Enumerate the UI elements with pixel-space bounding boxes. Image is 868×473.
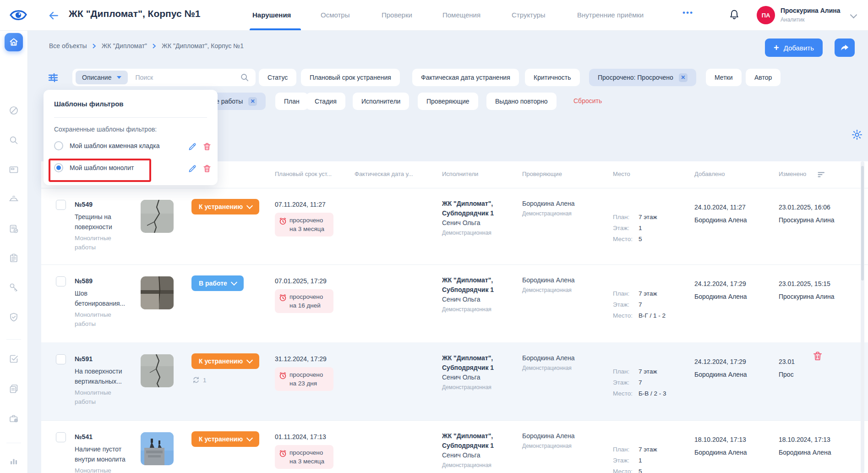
tab-internal-acceptance[interactable]: Внутренние приёмки xyxy=(577,11,644,19)
search-category-dropdown[interactable]: Описание xyxy=(76,71,128,84)
template-option-label[interactable]: Мой шаблон каменная кладка xyxy=(70,142,159,149)
status-button[interactable]: К устранению xyxy=(191,199,259,214)
table-row[interactable]: №549 Трещины на поверхности Монолитные р… xyxy=(41,188,868,264)
reviewers-cell: Бородкина Алена Демонстрационная xyxy=(522,353,575,373)
sidebar-item-shield-icon[interactable] xyxy=(9,312,19,322)
row-checkbox[interactable] xyxy=(56,200,66,210)
share-button[interactable] xyxy=(835,38,855,57)
filter-chip-tags[interactable]: Метки xyxy=(706,69,742,86)
changed-cell: 23.01.2025, 15:15Проскурина Алина xyxy=(779,277,835,303)
sidebar-divider xyxy=(6,443,21,443)
violation-title[interactable]: На поверхности вертикальных... xyxy=(75,366,131,386)
sidebar-item-home[interactable] xyxy=(5,33,23,51)
sidebar-item-helmet-icon[interactable] xyxy=(9,194,19,204)
edit-pencil-icon[interactable] xyxy=(188,142,197,151)
sidebar-item-clipboard-icon[interactable] xyxy=(9,253,19,263)
sidebar-item-copies-icon[interactable] xyxy=(9,384,19,394)
defect-photo[interactable] xyxy=(141,276,174,309)
filter-chip-actual-date[interactable]: Фактическая дата устранения xyxy=(412,69,519,86)
sidebar-item-document-check-icon[interactable] xyxy=(9,224,19,234)
filter-chip-overdue-selected[interactable]: Просрочено: Просрочено ✕ xyxy=(589,69,696,86)
filter-chip-status[interactable]: Статус xyxy=(259,69,296,86)
search-input[interactable]: Поиск xyxy=(135,74,240,81)
more-menu-icon[interactable]: ••• xyxy=(682,8,693,17)
delete-trash-icon[interactable] xyxy=(202,164,212,173)
sidebar-item-card-icon[interactable] xyxy=(9,165,19,175)
breadcrumb-chevron-icon xyxy=(93,44,96,49)
table-row[interactable]: №589 Шов бетонирования... Монолитные раб… xyxy=(41,264,868,342)
panel-divider xyxy=(54,117,207,118)
tab-rooms[interactable]: Помещения xyxy=(442,11,480,19)
add-button[interactable]: + Добавить xyxy=(765,38,823,57)
alarm-clock-icon xyxy=(278,449,287,458)
status-button[interactable]: К устранению xyxy=(191,353,259,369)
user-menu-chevron-icon[interactable] xyxy=(850,11,857,19)
overdue-badge: просроченона 16 дней xyxy=(275,289,333,313)
sidebar-item-briefcase-icon[interactable] xyxy=(9,413,19,424)
tab-structures[interactable]: Структуры xyxy=(512,11,546,19)
defect-photo[interactable] xyxy=(141,354,174,387)
sidebar-item-bar-chart-icon[interactable] xyxy=(9,456,19,466)
violation-category: Монолитные работы xyxy=(75,466,126,473)
delete-trash-icon[interactable] xyxy=(202,142,212,151)
filter-chip-criticality[interactable]: Критичность xyxy=(525,69,580,86)
filter-chip-author[interactable]: Автор xyxy=(746,69,781,86)
breadcrumb-project[interactable]: ЖК "Дипломат" xyxy=(102,42,147,50)
tab-checks[interactable]: Проверки xyxy=(382,11,412,19)
planned-date: 31.12.2024, 17:29 xyxy=(275,355,327,363)
violation-category: Монолитные работы xyxy=(75,388,126,407)
row-checkbox[interactable] xyxy=(56,432,66,442)
sidebar-item-key-icon[interactable] xyxy=(9,282,19,292)
remove-filter-icon[interactable]: ✕ xyxy=(679,73,688,82)
violation-title[interactable]: Наличие пустот внутри монолита xyxy=(75,444,131,464)
notifications-bell-icon[interactable] xyxy=(728,8,740,21)
col-changed[interactable]: Изменено xyxy=(779,170,806,177)
defect-photo[interactable] xyxy=(141,432,174,465)
row-checkbox[interactable] xyxy=(56,354,66,364)
app-root: ЖК "Дипломат", Корпус №1 Нарушения Осмот… xyxy=(0,0,868,473)
filter-chip-planned-date[interactable]: Плановый срок устранения xyxy=(301,69,400,86)
filter-chip-reissued[interactable]: Выдано повторно xyxy=(486,93,557,110)
col-planned[interactable]: Плановый срок уст... xyxy=(275,170,332,177)
tab-inspections[interactable]: Осмотры xyxy=(321,11,350,19)
reset-filters-link[interactable]: Сбросить xyxy=(573,97,602,104)
table-row[interactable]: №541 Наличие пустот внутри монолита Моно… xyxy=(41,420,868,473)
tab-violations[interactable]: Нарушения xyxy=(252,11,291,19)
template-option[interactable]: Мой шаблон каменная кладка xyxy=(54,141,159,150)
filter-chip-plan[interactable]: План xyxy=(275,93,308,110)
col-executors[interactable]: Исполнители xyxy=(442,170,478,177)
col-reviewers[interactable]: Проверяющие xyxy=(522,170,562,177)
filter-sliders-icon[interactable] xyxy=(47,72,59,83)
overdue-line1: просрочено xyxy=(289,293,323,300)
radio-unchecked-icon[interactable] xyxy=(54,141,63,150)
sidebar-item-ban-icon[interactable] xyxy=(9,105,19,116)
violation-title[interactable]: Шов бетонирования... xyxy=(75,288,131,308)
back-arrow-icon[interactable] xyxy=(48,10,60,22)
user-avatar[interactable]: ПА xyxy=(757,6,775,24)
table-scrollbar-thumb[interactable] xyxy=(861,166,864,280)
status-button[interactable]: В работе xyxy=(191,275,244,291)
filter-chip-stage[interactable]: Стадия xyxy=(306,93,345,110)
sidebar-item-search-icon[interactable] xyxy=(9,135,19,145)
filter-chip-executors[interactable]: Исполнители xyxy=(353,93,409,110)
violation-title[interactable]: Трещины на поверхности xyxy=(75,212,131,232)
sort-icon[interactable] xyxy=(818,171,825,180)
col-actual[interactable]: Фактическая дата у... xyxy=(355,170,413,177)
col-added[interactable]: Добавлено xyxy=(694,170,725,177)
sidebar-item-task-check-icon[interactable] xyxy=(9,354,19,364)
chevron-down-icon xyxy=(231,279,237,286)
col-place[interactable]: Место xyxy=(613,170,630,177)
breadcrumb-all-objects[interactable]: Все объекты xyxy=(49,42,87,50)
edit-pencil-icon[interactable] xyxy=(188,164,197,173)
alarm-clock-icon xyxy=(278,371,287,380)
table-row[interactable]: №591 На поверхности вертикальных... Моно… xyxy=(41,342,868,420)
table-settings-gear-icon[interactable] xyxy=(851,129,863,141)
remove-filter-icon[interactable]: ✕ xyxy=(248,97,257,106)
planned-date: 01.11.2024, 17:13 xyxy=(275,433,326,440)
row-checkbox[interactable] xyxy=(56,276,66,286)
filter-chip-reviewers[interactable]: Проверяющие xyxy=(418,93,478,110)
delete-row-trash-icon[interactable] xyxy=(812,351,823,362)
app-logo-icon[interactable] xyxy=(9,7,27,25)
status-button[interactable]: К устранению xyxy=(191,431,259,447)
defect-photo[interactable] xyxy=(141,200,174,233)
